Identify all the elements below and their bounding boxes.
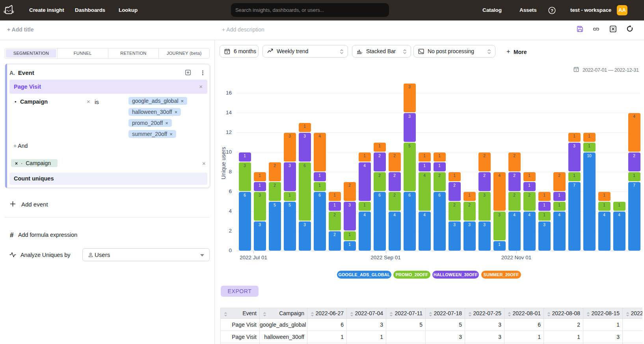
svg-text:?: ? [551, 8, 553, 13]
